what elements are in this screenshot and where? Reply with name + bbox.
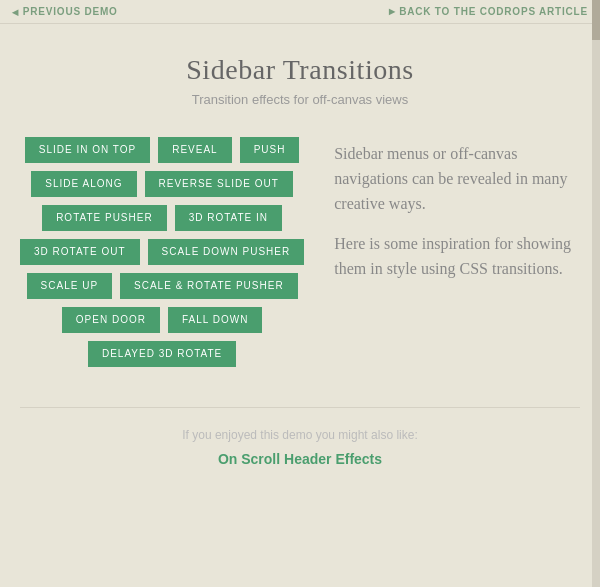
- top-bar: PREVIOUS DEMO BACK TO THE CODROPS ARTICL…: [0, 0, 600, 24]
- title-section: Sidebar Transitions Transition effects f…: [186, 54, 414, 107]
- content-area: SLIDE IN ON TOP REVEAL PUSH SLIDE ALONG …: [20, 137, 580, 367]
- btn-row-5: SCALE UP SCALE & ROTATE PUSHER: [27, 273, 298, 299]
- btn-scale-down-pusher[interactable]: SCALE DOWN PUSHER: [148, 239, 305, 265]
- buttons-panel: SLIDE IN ON TOP REVEAL PUSH SLIDE ALONG …: [20, 137, 304, 367]
- arrow-right-icon: [388, 6, 395, 17]
- btn-push[interactable]: PUSH: [240, 137, 300, 163]
- description-panel: Sidebar menus or off-canvas navigations …: [334, 137, 580, 298]
- btn-slide-in-on-top[interactable]: SLIDE IN ON TOP: [25, 137, 150, 163]
- btn-row-6: OPEN DOOR FALL DOWN: [62, 307, 263, 333]
- btn-reveal[interactable]: REVEAL: [158, 137, 231, 163]
- prev-demo-label: PREVIOUS DEMO: [23, 6, 118, 17]
- btn-delayed-3d-rotate[interactable]: DELAYED 3D ROTATE: [88, 341, 236, 367]
- btn-row-7: DELAYED 3D ROTATE: [88, 341, 236, 367]
- btn-open-door[interactable]: OPEN DOOR: [62, 307, 160, 333]
- btn-fall-down[interactable]: FALL DOWN: [168, 307, 262, 333]
- back-to-article-link[interactable]: BACK TO THE CODROPS ARTICLE: [388, 6, 588, 17]
- footer-text: If you enjoyed this demo you might also …: [20, 428, 580, 442]
- btn-rotate-pusher[interactable]: ROTATE PUSHER: [42, 205, 167, 231]
- description-para1: Sidebar menus or off-canvas navigations …: [334, 142, 580, 216]
- btn-3d-rotate-out[interactable]: 3D ROTATE OUT: [20, 239, 140, 265]
- btn-3d-rotate-in[interactable]: 3D ROTATE IN: [175, 205, 282, 231]
- description-para2: Here is some inspiration for showing the…: [334, 232, 580, 282]
- footer-link[interactable]: On Scroll Header Effects: [218, 451, 382, 467]
- btn-scale-up[interactable]: SCALE UP: [27, 273, 112, 299]
- main-content: Sidebar Transitions Transition effects f…: [0, 24, 600, 508]
- page-title: Sidebar Transitions: [186, 54, 414, 86]
- arrow-left-icon: [12, 6, 19, 17]
- back-label: BACK TO THE CODROPS ARTICLE: [399, 6, 588, 17]
- btn-slide-along[interactable]: SLIDE ALONG: [31, 171, 136, 197]
- prev-demo-link[interactable]: PREVIOUS DEMO: [12, 6, 118, 17]
- btn-row-2: SLIDE ALONG REVERSE SLIDE OUT: [31, 171, 293, 197]
- btn-row-4: 3D ROTATE OUT SCALE DOWN PUSHER: [20, 239, 304, 265]
- btn-row-1: SLIDE IN ON TOP REVEAL PUSH: [25, 137, 300, 163]
- btn-scale-rotate-pusher[interactable]: SCALE & ROTATE PUSHER: [120, 273, 298, 299]
- footer-section: If you enjoyed this demo you might also …: [20, 407, 580, 488]
- btn-row-3: ROTATE PUSHER 3D ROTATE IN: [42, 205, 282, 231]
- btn-reverse-slide-out[interactable]: REVERSE SLIDE OUT: [145, 171, 293, 197]
- scrollbar-thumb[interactable]: [592, 0, 600, 40]
- scrollbar[interactable]: [592, 0, 600, 587]
- page-subtitle: Transition effects for off-canvas views: [186, 92, 414, 107]
